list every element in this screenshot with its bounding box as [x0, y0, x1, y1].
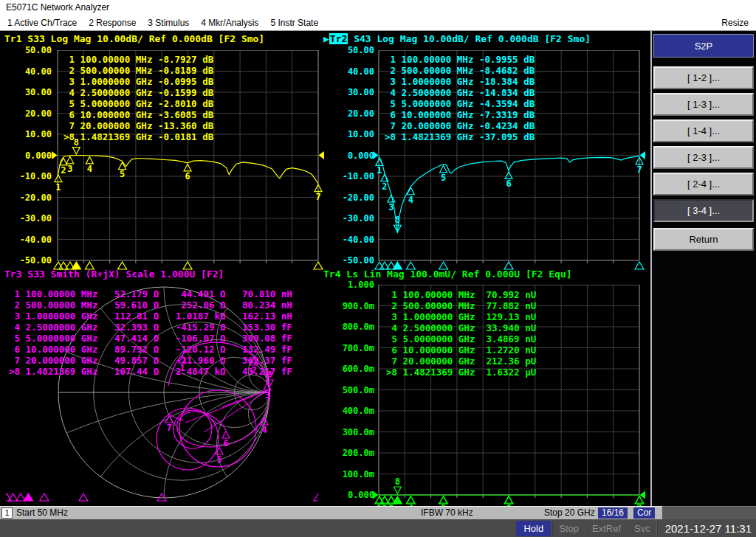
tr1-marker-1-label: 1 [55, 182, 61, 193]
stop-frequency: Stop 20 GHz [544, 507, 595, 518]
tr2-ref-arrow-left [373, 151, 379, 159]
softkey-button-1-4[interactable]: [ 1-4 ]... [653, 119, 754, 142]
softkey-button-3-4[interactable]: [ 3-4 ]... [653, 199, 754, 222]
tr3-marker-row-2: 2 500.00000 MHz 59.610 Ω 252.06 Ω 80.234… [9, 299, 292, 311]
softkey-button-2-4[interactable]: [ 2-4 ]... [653, 173, 754, 195]
tr3-stim-marker-7 [157, 493, 166, 501]
tr1-marker-2-label: 2 [61, 165, 66, 176]
tr2-marker-1-label: 1 [377, 165, 382, 176]
tr3-marker-row-5: 5 5.0000000 GHz 47.414 Ω -106.07 Ω 300.0… [9, 333, 292, 344]
tr2-marker-6-label: 6 [506, 179, 511, 189]
menu-item-4[interactable]: 4 Mkr/Analysis [201, 18, 258, 28]
tr4-marker-row-6: 6 10.000000 GHz 1.2720 nU [386, 344, 536, 356]
tr3-marker-3-label: 3 [264, 390, 269, 401]
ifbw-value: IFBW 70 kHz [421, 507, 473, 518]
tr1-marker-row-2: 2 500.00000 MHz -0.8189 dB [63, 65, 213, 76]
tr1-y-tick: -10.00 [20, 171, 52, 181]
tr4-marker-row-2: 2 500.00000 MHz 77.882 nU [386, 300, 536, 311]
tr3-marker-6-label: 6 [223, 438, 228, 448]
tr3-stim-marker-2 [9, 493, 18, 501]
trace1-header[interactable]: Tr1 S33 Log Mag 10.00dB/ Ref 0.000dB [F2… [4, 33, 264, 44]
tr3-marker-5-label: 5 [216, 454, 221, 465]
start-frequency: Start 50 MHz [16, 507, 68, 518]
tr2-y-tick: -10.00 [343, 171, 374, 181]
tr1-y-tick: -20.00 [20, 193, 52, 203]
tr4-y-tick: 700.0m [343, 343, 374, 353]
clock: 2021-12-27 11:31 [657, 522, 756, 536]
tr1-y-tick: 20.00 [25, 108, 52, 119]
points-badge: 16/16 [598, 507, 628, 519]
menu-bar: 1 Active Ch/Trace2 Response3 Stimulus4 M… [0, 15, 756, 31]
tr1-marker-3-label: 3 [67, 164, 72, 174]
tr2-marker-row-5: 5 5.0000000 GHz -4.3594 dB [385, 98, 535, 109]
tr3-stim-marker-3 [16, 493, 25, 501]
status-bar: 1 Start 50 MHz IFBW 70 kHz Stop 20 GHz 1… [0, 506, 662, 519]
tr3-marker-4-label: 4 [261, 425, 267, 435]
menu-item-1[interactable]: 1 Active Ch/Trace [7, 18, 77, 28]
tr1-y-tick: 40.00 [25, 66, 52, 77]
menu-item-5[interactable]: 5 Instr State [270, 18, 318, 28]
tr2-y-tick: -40.00 [343, 235, 374, 245]
trace4-y-axis: 1.000900.0m800.0m700.0m600.0m500.0m400.0… [323, 285, 377, 495]
tr1-y-tick: 30.00 [25, 87, 52, 97]
indicator-extref: ExtRef [585, 521, 628, 536]
tr3-stim-marker-4 [24, 493, 32, 501]
menu-item-resize[interactable]: Resize [721, 18, 749, 28]
tr2-marker-row-1: 1 100.00000 MHz -0.9955 dB [385, 54, 535, 65]
tr1-marker-row-3: 3 1.0000000 GHz -0.0995 dB [63, 76, 213, 87]
tr3-marker-row-4: 4 2.5000000 GHz 32.393 Ω -415.29 Ω 153.3… [9, 322, 292, 333]
channel-number: 1 [1, 507, 13, 519]
indicator-svc: Svc [628, 521, 657, 536]
tr4-y-tick: 1.000 [348, 280, 374, 290]
tr2-marker-2-label: 2 [382, 181, 387, 192]
trace2-header[interactable]: ▶Tr2 S43 Log Mag 10.00dB/ Ref 0.000dB [F… [323, 33, 591, 44]
menu-item-3[interactable]: 3 Stimulus [148, 18, 189, 28]
softkey-return-button[interactable]: Return [653, 228, 754, 251]
window-title: E5071C Network Analyzer [6, 2, 109, 13]
softkey-list: [ 1-2 ]...[ 1-3 ]...[ 1-4 ]...[ 2-3 ]...… [652, 66, 756, 251]
tr4-marker-row-3: 3 1.0000000 GHz 129.13 nU [386, 311, 536, 322]
tr2-y-tick: 0.000 [348, 150, 374, 161]
tr4-stim-marker-4 [393, 496, 402, 504]
tr2-marker-3-label: 3 [388, 202, 394, 212]
tr1-stim-marker-8 [314, 262, 323, 269]
trace2-y-axis: 50.0040.0030.0020.0010.000.000-10.00-20.… [323, 50, 377, 260]
trace2-marker-table: 1 100.00000 MHz -0.9955 dB 2 500.00000 M… [385, 54, 535, 142]
tr4-marker-row-7: 7 20.000000 GHz 212.36 pU [386, 356, 536, 367]
tr4-marker-row-1: 1 100.00000 MHz 70.992 nU [386, 289, 536, 300]
softkey-button-1-2[interactable]: [ 1-2 ]... [653, 66, 754, 89]
softkey-menu-title: S2P [653, 34, 754, 58]
tr3-marker-row-7: 7 20.000000 GHz 49.857 Ω -21.960 Ω 362.3… [9, 355, 292, 366]
active-trace-arrow-icon: ▶ [323, 33, 329, 44]
window-titlebar: E5071C Network Analyzer [0, 0, 756, 15]
tr4-y-tick: 400.0m [343, 406, 374, 416]
tr1-marker-4-glyph [86, 156, 93, 164]
tr2-marker-5-label: 5 [441, 173, 446, 183]
tr3-marker-row-1: 1 100.00000 MHz 52.179 Ω 44.491 Ω 70.810… [9, 288, 292, 299]
tr2-stim-marker-8 [635, 262, 644, 269]
trace4-header[interactable]: Tr4 Ls Lin Mag 100.0mU/ Ref 0.000U [F2 E… [323, 268, 572, 280]
tr2-y-tick: -20.00 [343, 193, 374, 203]
tr2-marker-row-7: 7 20.000000 GHz -0.4234 dB [385, 120, 535, 131]
tr3-marker-6-glyph [222, 432, 230, 439]
menu-items: 1 Active Ch/Trace2 Response3 Stimulus4 M… [7, 18, 318, 28]
tr3-stim-marker-5 [40, 493, 49, 501]
system-status-bar: Hold Stop ExtRef Svc 2021-12-27 11:31 [0, 519, 756, 537]
tr2-y-tick: 40.00 [348, 66, 374, 77]
trace1-y-axis: 50.0040.0030.0020.0010.000.000-10.00-20.… [0, 50, 55, 260]
trace-header-text: S43 Log Mag 10.00dB/ Ref 0.000dB [F2 Smo… [348, 33, 591, 44]
tr2-marker-row-3: 3 1.0000000 GHz -18.384 dB [385, 76, 535, 87]
tr2-marker-8-label: 8 [395, 215, 400, 225]
softkey-button-2-3[interactable]: [ 2-3 ]... [653, 146, 754, 169]
menu-item-2[interactable]: 2 Response [89, 18, 136, 28]
tr4-ref-arrow-left [373, 491, 379, 499]
tr4-y-tick: 600.0m [343, 364, 374, 374]
tr1-marker-row-8: >8 1.4821369 GHz -0.0181 dB [63, 131, 213, 142]
tr1-marker-row-1: 1 100.00000 MHz -8.7927 dB [63, 54, 213, 65]
trace3-header[interactable]: Tr3 S33 Smith (R+jX) Scale 1.000U [F2] [4, 268, 224, 280]
tr1-marker-row-4: 4 2.5000000 GHz -0.1599 dB [63, 87, 213, 98]
softkey-menu: S2P [ 1-2 ]...[ 1-3 ]...[ 1-4 ]...[ 2-3 … [650, 31, 756, 506]
tr4-y-tick: 900.0m [343, 301, 374, 311]
softkey-button-1-3[interactable]: [ 1-3 ]... [653, 93, 754, 116]
tr1-y-tick: 50.00 [25, 45, 52, 55]
